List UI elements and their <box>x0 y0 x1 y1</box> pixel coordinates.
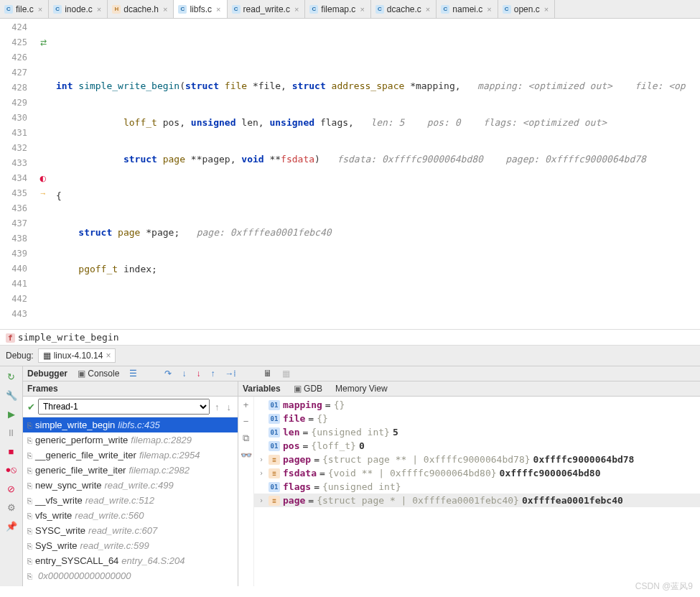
variable-row[interactable]: 01 file = {} <box>254 412 700 425</box>
tab-label: read_write.c <box>243 4 290 14</box>
frame-down-icon[interactable]: ↓ <box>225 402 234 412</box>
more-icon[interactable]: ▦ <box>282 369 290 379</box>
glasses-icon[interactable]: 👓 <box>241 450 252 461</box>
close-icon[interactable]: × <box>162 5 169 14</box>
pin-icon[interactable]: 📌 <box>4 519 19 533</box>
var-name: pagep <box>283 454 311 465</box>
stack-frame[interactable]: ⎘entry_SYSCALL_64 entry_64.S:204 <box>23 553 238 568</box>
close-icon[interactable]: × <box>37 5 44 14</box>
close-icon[interactable]: × <box>543 5 550 14</box>
frame-function: __generic_file_write_iter <box>35 450 136 461</box>
frame-icon: ⎘ <box>27 481 32 490</box>
copy-icon[interactable]: ⧉ <box>243 432 249 444</box>
variable-row[interactable]: 01 len = {unsigned int} 5 <box>254 425 700 439</box>
stack-frame[interactable]: ⎘generic_file_write_iter filemap.c:2982 <box>23 463 238 478</box>
file-tab[interactable]: Hdcache.h× <box>108 0 174 18</box>
frame-up-icon[interactable]: ↑ <box>213 402 222 412</box>
var-badge: 01 <box>269 400 280 410</box>
expand-icon[interactable]: › <box>257 455 266 463</box>
evaluate-icon[interactable]: 🖩 <box>263 369 272 379</box>
thread-select[interactable]: Thread-1 <box>38 399 210 415</box>
stack-frame[interactable]: ⎘__vfs_write read_write.c:512 <box>23 493 238 508</box>
frame-icon: ⎘ <box>27 572 32 580</box>
variables-tab[interactable]: Variables <box>243 384 281 394</box>
var-value: 0xffffc9000064bd80 <box>500 468 601 478</box>
file-icon: C <box>309 5 318 14</box>
var-name: page <box>283 495 305 506</box>
var-badge: ≡ <box>269 455 280 465</box>
code-area[interactable]: int simple_write_begin(struct file *file… <box>53 19 700 329</box>
variable-row[interactable]: 01 mapping = {} <box>254 398 700 412</box>
close-icon[interactable]: × <box>358 5 365 14</box>
stack-frame[interactable]: ⎘SYSC_write read_write.c:607 <box>23 523 238 538</box>
variable-row[interactable]: 01 pos = {loff_t} 0 <box>254 439 700 453</box>
debugger-tab[interactable]: Debugger <box>27 369 67 379</box>
close-icon[interactable]: × <box>293 5 300 14</box>
variable-row[interactable]: 01 flags = {unsigned int} <box>254 480 700 494</box>
var-name: file <box>283 413 305 424</box>
stack-frame[interactable]: ⎘vfs_write read_write.c:560 <box>23 508 238 523</box>
file-tab[interactable]: Cinode.c× <box>49 0 108 18</box>
variable-row[interactable]: ›≡ fsdata = {void ** | 0xffffc9000064bd8… <box>254 466 700 480</box>
close-icon[interactable]: × <box>95 5 103 14</box>
mute-breakpoints-icon[interactable]: ⊘ <box>4 481 19 496</box>
file-icon: H <box>112 5 121 14</box>
pause-icon[interactable]: ⏸ <box>4 425 19 440</box>
debug-session-tab[interactable]: ▦ linux-4.10.14 × <box>38 348 116 363</box>
file-tab[interactable]: Cfilemap.c× <box>305 0 370 18</box>
stack-frame[interactable]: ⎘ 0x0000000000000000 <box>23 568 238 583</box>
expand-icon[interactable]: › <box>257 496 266 504</box>
close-icon[interactable]: × <box>485 5 493 14</box>
step-out-icon[interactable]: ↑ <box>210 369 215 379</box>
var-badge: ≡ <box>269 496 280 506</box>
file-tab[interactable]: Cread_write.c× <box>228 0 306 18</box>
frame-icon: ⎘ <box>27 542 32 550</box>
code-editor: 4244254264274284294304314324334344354364… <box>0 19 700 329</box>
stack-frame[interactable]: ⎘SyS_write read_write.c:599 <box>23 538 238 553</box>
force-step-into-icon[interactable]: ↓ <box>196 369 200 379</box>
remove-watch-icon[interactable]: − <box>243 416 249 427</box>
debug-area: ↻ 🔧 ▶ ⏸ ■ ●⦸ ⊘ ⚙ 📌 Debugger ▣ Console ☰ … <box>0 366 700 586</box>
debug-side-toolbar: ↻ 🔧 ▶ ⏸ ■ ●⦸ ⊘ ⚙ 📌 <box>0 366 23 586</box>
tab-label: dcache.c <box>387 4 421 14</box>
run-to-cursor-icon[interactable]: →⁞ <box>225 369 236 379</box>
close-icon[interactable]: × <box>215 5 222 14</box>
gdb-tab[interactable]: ▣ GDB <box>294 384 322 394</box>
close-icon[interactable]: × <box>106 351 111 361</box>
variable-row[interactable]: ›≡ page = {struct page * | 0xffffea0001f… <box>254 494 700 507</box>
file-tab[interactable]: Copen.c× <box>498 0 555 18</box>
step-into-icon[interactable]: ↓ <box>182 369 186 379</box>
wrench-icon[interactable]: 🔧 <box>4 388 19 402</box>
console-tab[interactable]: ▣ Console <box>78 369 119 379</box>
breakpoints-icon[interactable]: ●⦸ <box>4 463 19 477</box>
add-watch-icon[interactable]: + <box>243 399 249 410</box>
stack-frame[interactable]: ⎘new_sync_write read_write.c:499 <box>23 478 238 493</box>
file-icon: C <box>503 5 511 14</box>
step-over-icon[interactable]: ↷ <box>164 369 172 379</box>
stack-frame[interactable]: ⎘__generic_file_write_iter filemap.c:295… <box>23 448 238 463</box>
variable-row[interactable]: ›≡ pagep = {struct page ** | 0xffffc9000… <box>254 453 700 466</box>
close-icon[interactable]: × <box>424 5 431 14</box>
file-icon: C <box>232 5 241 14</box>
stack-frame[interactable]: ⎘simple_write_begin libfs.c:435 <box>23 417 238 432</box>
var-name: mapping <box>283 399 322 410</box>
frame-function: vfs_write <box>35 510 72 521</box>
resume-icon[interactable]: ▶ <box>4 407 19 421</box>
tab-label: file.c <box>16 4 34 14</box>
file-tab[interactable]: Cdcache.c× <box>371 0 437 18</box>
debug-label: Debug: <box>6 351 34 361</box>
file-tab[interactable]: Cnamei.c× <box>437 0 498 18</box>
debug-tabs: Debugger ▣ Console ☰ ↷ ↓ ↓ ↑ →⁞ 🖩 ▦ <box>23 366 700 381</box>
stack-frame[interactable]: ⎘generic_perform_write filemap.c:2829 <box>23 432 238 448</box>
memory-tab[interactable]: Memory View <box>335 384 387 394</box>
vars-toolbar: + − ⧉ 👓 <box>238 397 254 586</box>
stop-icon[interactable]: ■ <box>4 444 19 458</box>
threads-icon[interactable]: ☰ <box>129 369 137 379</box>
file-tab[interactable]: Cfile.c× <box>0 0 49 18</box>
expand-icon[interactable]: › <box>257 469 266 477</box>
tab-label: open.c <box>514 4 540 14</box>
settings-icon[interactable]: ⚙ <box>4 500 19 514</box>
rerun-icon[interactable]: ↻ <box>4 369 19 384</box>
file-tab[interactable]: Clibfs.c× <box>174 0 227 18</box>
var-type: {} <box>334 399 345 410</box>
